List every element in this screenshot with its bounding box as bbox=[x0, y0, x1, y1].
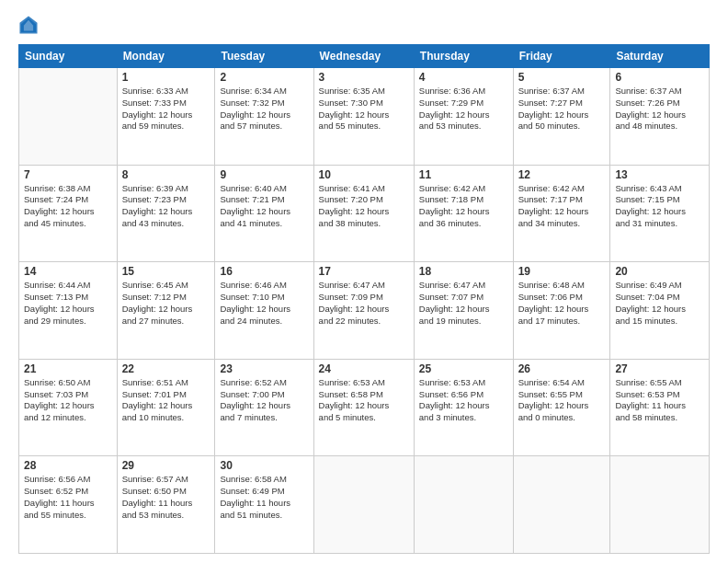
day-number: 9 bbox=[220, 168, 308, 181]
calendar-day-cell: 16Sunrise: 6:46 AMSunset: 7:10 PMDayligh… bbox=[215, 262, 313, 360]
day-number: 30 bbox=[220, 459, 308, 472]
day-info: Sunrise: 6:42 AMSunset: 7:17 PMDaylight:… bbox=[518, 183, 606, 230]
calendar-day-cell: 24Sunrise: 6:53 AMSunset: 6:58 PMDayligh… bbox=[313, 359, 414, 456]
calendar-day-cell bbox=[19, 68, 118, 166]
calendar-day-cell: 21Sunrise: 6:50 AMSunset: 7:03 PMDayligh… bbox=[19, 359, 118, 456]
day-number: 21 bbox=[24, 362, 112, 375]
day-number: 2 bbox=[220, 71, 308, 84]
day-info: Sunrise: 6:36 AMSunset: 7:29 PMDaylight:… bbox=[419, 86, 508, 132]
day-number: 10 bbox=[319, 168, 409, 181]
day-number: 1 bbox=[122, 71, 210, 84]
page: SundayMondayTuesdayWednesdayThursdayFrid… bbox=[0, 0, 728, 563]
calendar-day-cell: 25Sunrise: 6:53 AMSunset: 6:56 PMDayligh… bbox=[414, 359, 513, 456]
day-number: 18 bbox=[419, 265, 508, 278]
weekday-header: Thursday bbox=[414, 45, 513, 68]
calendar-header-row: SundayMondayTuesdayWednesdayThursdayFrid… bbox=[19, 45, 710, 68]
day-info: Sunrise: 6:35 AMSunset: 7:30 PMDaylight:… bbox=[319, 86, 409, 132]
header bbox=[18, 15, 710, 35]
calendar-day-cell: 14Sunrise: 6:44 AMSunset: 7:13 PMDayligh… bbox=[19, 262, 118, 360]
calendar-day-cell: 9Sunrise: 6:40 AMSunset: 7:21 PMDaylight… bbox=[215, 165, 313, 262]
day-info: Sunrise: 6:41 AMSunset: 7:20 PMDaylight:… bbox=[319, 183, 409, 230]
calendar-day-cell: 18Sunrise: 6:47 AMSunset: 7:07 PMDayligh… bbox=[414, 262, 513, 360]
calendar-day-cell: 26Sunrise: 6:54 AMSunset: 6:55 PMDayligh… bbox=[513, 359, 610, 456]
day-info: Sunrise: 6:51 AMSunset: 7:01 PMDaylight:… bbox=[122, 377, 210, 424]
weekday-header: Tuesday bbox=[215, 45, 313, 68]
calendar-day-cell: 23Sunrise: 6:52 AMSunset: 7:00 PMDayligh… bbox=[215, 359, 313, 456]
day-info: Sunrise: 6:47 AMSunset: 7:09 PMDaylight:… bbox=[319, 280, 409, 327]
calendar-day-cell: 3Sunrise: 6:35 AMSunset: 7:30 PMDaylight… bbox=[313, 68, 414, 166]
weekday-header: Sunday bbox=[19, 45, 118, 68]
day-info: Sunrise: 6:53 AMSunset: 6:56 PMDaylight:… bbox=[419, 377, 508, 424]
logo-icon bbox=[18, 15, 39, 35]
calendar-day-cell bbox=[610, 456, 710, 554]
day-info: Sunrise: 6:58 AMSunset: 6:49 PMDaylight:… bbox=[220, 474, 308, 521]
day-info: Sunrise: 6:49 AMSunset: 7:04 PMDaylight:… bbox=[615, 280, 704, 327]
calendar-day-cell: 11Sunrise: 6:42 AMSunset: 7:18 PMDayligh… bbox=[414, 165, 513, 262]
logo bbox=[18, 15, 40, 35]
calendar-day-cell bbox=[513, 456, 610, 554]
calendar-day-cell: 2Sunrise: 6:34 AMSunset: 7:32 PMDaylight… bbox=[215, 68, 313, 166]
day-number: 14 bbox=[24, 265, 112, 278]
weekday-header: Saturday bbox=[610, 45, 710, 68]
day-info: Sunrise: 6:45 AMSunset: 7:12 PMDaylight:… bbox=[122, 280, 210, 327]
day-info: Sunrise: 6:43 AMSunset: 7:15 PMDaylight:… bbox=[615, 183, 704, 230]
day-info: Sunrise: 6:34 AMSunset: 7:32 PMDaylight:… bbox=[220, 86, 308, 132]
calendar-week-row: 1Sunrise: 6:33 AMSunset: 7:33 PMDaylight… bbox=[19, 68, 710, 166]
calendar-day-cell: 30Sunrise: 6:58 AMSunset: 6:49 PMDayligh… bbox=[215, 456, 313, 554]
day-number: 29 bbox=[122, 459, 210, 472]
day-number: 12 bbox=[518, 168, 606, 181]
day-info: Sunrise: 6:33 AMSunset: 7:33 PMDaylight:… bbox=[122, 86, 210, 132]
calendar-day-cell: 17Sunrise: 6:47 AMSunset: 7:09 PMDayligh… bbox=[313, 262, 414, 360]
day-info: Sunrise: 6:55 AMSunset: 6:53 PMDaylight:… bbox=[615, 377, 704, 424]
calendar-day-cell: 20Sunrise: 6:49 AMSunset: 7:04 PMDayligh… bbox=[610, 262, 710, 360]
day-info: Sunrise: 6:37 AMSunset: 7:26 PMDaylight:… bbox=[615, 86, 704, 132]
calendar-day-cell: 28Sunrise: 6:56 AMSunset: 6:52 PMDayligh… bbox=[19, 456, 118, 554]
day-number: 25 bbox=[419, 362, 508, 375]
weekday-header: Monday bbox=[117, 45, 215, 68]
day-number: 8 bbox=[122, 168, 210, 181]
calendar-day-cell: 19Sunrise: 6:48 AMSunset: 7:06 PMDayligh… bbox=[513, 262, 610, 360]
day-number: 7 bbox=[24, 168, 112, 181]
calendar-week-row: 28Sunrise: 6:56 AMSunset: 6:52 PMDayligh… bbox=[19, 456, 710, 554]
day-info: Sunrise: 6:46 AMSunset: 7:10 PMDaylight:… bbox=[220, 280, 308, 327]
day-info: Sunrise: 6:57 AMSunset: 6:50 PMDaylight:… bbox=[122, 474, 210, 521]
day-info: Sunrise: 6:53 AMSunset: 6:58 PMDaylight:… bbox=[319, 377, 409, 424]
calendar-day-cell: 1Sunrise: 6:33 AMSunset: 7:33 PMDaylight… bbox=[117, 68, 215, 166]
calendar-day-cell bbox=[313, 456, 414, 554]
weekday-header: Wednesday bbox=[313, 45, 414, 68]
calendar-day-cell bbox=[414, 456, 513, 554]
day-info: Sunrise: 6:50 AMSunset: 7:03 PMDaylight:… bbox=[24, 377, 112, 424]
day-info: Sunrise: 6:47 AMSunset: 7:07 PMDaylight:… bbox=[419, 280, 508, 327]
calendar-day-cell: 8Sunrise: 6:39 AMSunset: 7:23 PMDaylight… bbox=[117, 165, 215, 262]
calendar-day-cell: 6Sunrise: 6:37 AMSunset: 7:26 PMDaylight… bbox=[610, 68, 710, 166]
calendar-day-cell: 5Sunrise: 6:37 AMSunset: 7:27 PMDaylight… bbox=[513, 68, 610, 166]
day-number: 16 bbox=[220, 265, 308, 278]
day-info: Sunrise: 6:38 AMSunset: 7:24 PMDaylight:… bbox=[24, 183, 112, 230]
day-number: 23 bbox=[220, 362, 308, 375]
calendar-day-cell: 4Sunrise: 6:36 AMSunset: 7:29 PMDaylight… bbox=[414, 68, 513, 166]
day-info: Sunrise: 6:44 AMSunset: 7:13 PMDaylight:… bbox=[24, 280, 112, 327]
day-number: 28 bbox=[24, 459, 112, 472]
day-number: 26 bbox=[518, 362, 606, 375]
calendar-day-cell: 29Sunrise: 6:57 AMSunset: 6:50 PMDayligh… bbox=[117, 456, 215, 554]
day-number: 27 bbox=[615, 362, 704, 375]
calendar-table: SundayMondayTuesdayWednesdayThursdayFrid… bbox=[18, 44, 710, 554]
day-number: 4 bbox=[419, 71, 508, 84]
day-info: Sunrise: 6:39 AMSunset: 7:23 PMDaylight:… bbox=[122, 183, 210, 230]
calendar-day-cell: 10Sunrise: 6:41 AMSunset: 7:20 PMDayligh… bbox=[313, 165, 414, 262]
day-number: 15 bbox=[122, 265, 210, 278]
day-number: 5 bbox=[518, 71, 606, 84]
calendar-day-cell: 13Sunrise: 6:43 AMSunset: 7:15 PMDayligh… bbox=[610, 165, 710, 262]
calendar-week-row: 14Sunrise: 6:44 AMSunset: 7:13 PMDayligh… bbox=[19, 262, 710, 360]
day-info: Sunrise: 6:42 AMSunset: 7:18 PMDaylight:… bbox=[419, 183, 508, 230]
day-info: Sunrise: 6:48 AMSunset: 7:06 PMDaylight:… bbox=[518, 280, 606, 327]
day-number: 20 bbox=[615, 265, 704, 278]
calendar-day-cell: 12Sunrise: 6:42 AMSunset: 7:17 PMDayligh… bbox=[513, 165, 610, 262]
day-number: 6 bbox=[615, 71, 704, 84]
day-number: 24 bbox=[319, 362, 409, 375]
calendar-day-cell: 7Sunrise: 6:38 AMSunset: 7:24 PMDaylight… bbox=[19, 165, 118, 262]
calendar-day-cell: 27Sunrise: 6:55 AMSunset: 6:53 PMDayligh… bbox=[610, 359, 710, 456]
calendar-day-cell: 22Sunrise: 6:51 AMSunset: 7:01 PMDayligh… bbox=[117, 359, 215, 456]
weekday-header: Friday bbox=[513, 45, 610, 68]
day-info: Sunrise: 6:52 AMSunset: 7:00 PMDaylight:… bbox=[220, 377, 308, 424]
